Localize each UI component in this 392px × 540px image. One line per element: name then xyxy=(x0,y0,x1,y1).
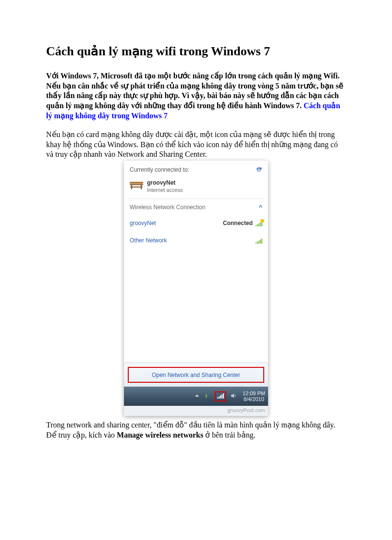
svg-rect-4 xyxy=(130,187,142,188)
taskbar-date: 8/4/2010 xyxy=(243,396,265,402)
paragraph-1: Nếu bạn có card mạng không dây được cài … xyxy=(46,130,346,160)
volume-icon[interactable] xyxy=(230,392,237,401)
open-network-center-highlight: Open Network and Sharing Center xyxy=(128,367,264,383)
svg-rect-0 xyxy=(130,182,143,184)
show-hidden-icon[interactable] xyxy=(194,392,200,401)
svg-rect-1 xyxy=(130,184,143,185)
wifi-network-row[interactable]: Other Network xyxy=(129,232,263,250)
power-icon[interactable] xyxy=(204,392,211,401)
signal-bars-icon xyxy=(256,221,262,226)
intro-text: Với Windows 7, Microsoft đã tạo một bước… xyxy=(46,72,343,110)
connected-network-sub: Internet access xyxy=(147,187,183,193)
network-tray-icon[interactable] xyxy=(217,393,224,400)
para2-part-b: ở bên trái bảng. xyxy=(203,431,255,439)
wifi-status-label: Connected xyxy=(223,220,253,227)
taskbar-time: 12:09 PM xyxy=(243,390,265,397)
watermark-text: groovyPost.com xyxy=(124,406,268,415)
open-network-center-link[interactable]: Open Network and Sharing Center xyxy=(152,372,240,378)
network-flyout-screenshot: Currently connected to: groovyNet xyxy=(124,161,268,415)
signal-bars-icon xyxy=(256,238,262,244)
connected-network-name: groovyNet xyxy=(147,179,183,187)
flyout-footer: Open Network and Sharing Center xyxy=(124,363,268,387)
wireless-section-label: Wireless Network Connection xyxy=(130,204,205,212)
network-tray-highlight xyxy=(215,391,226,402)
connected-network-row[interactable]: groovyNet Internet access xyxy=(129,179,263,199)
taskbar-clock[interactable]: 12:09 PM 8/4/2010 xyxy=(241,390,265,402)
wifi-network-name: groovyNet xyxy=(130,220,156,227)
para2-bold: Manage wireless networks xyxy=(117,431,203,439)
wireless-section-header[interactable]: Wireless Network Connection ^ xyxy=(129,199,263,215)
wifi-network-row[interactable]: groovyNet Connected xyxy=(129,215,263,232)
bench-icon xyxy=(130,179,143,194)
tray-icons xyxy=(194,391,237,402)
page-title: Cách quản lý mạng wifi trong Windows 7 xyxy=(46,43,346,60)
intro-paragraph: Với Windows 7, Microsoft đã tạo một bước… xyxy=(46,71,346,121)
chevron-up-icon: ^ xyxy=(259,204,262,212)
refresh-icon[interactable] xyxy=(256,166,262,176)
flyout-spacer xyxy=(129,249,263,360)
paragraph-2: Trong network and sharing center, "điểm … xyxy=(46,420,346,440)
taskbar: 12:09 PM 8/4/2010 xyxy=(124,387,268,406)
currently-connected-label: Currently connected to: xyxy=(130,166,189,174)
wifi-network-name: Other Network xyxy=(130,237,167,245)
screenshot-figure: Currently connected to: groovyNet xyxy=(46,161,346,418)
